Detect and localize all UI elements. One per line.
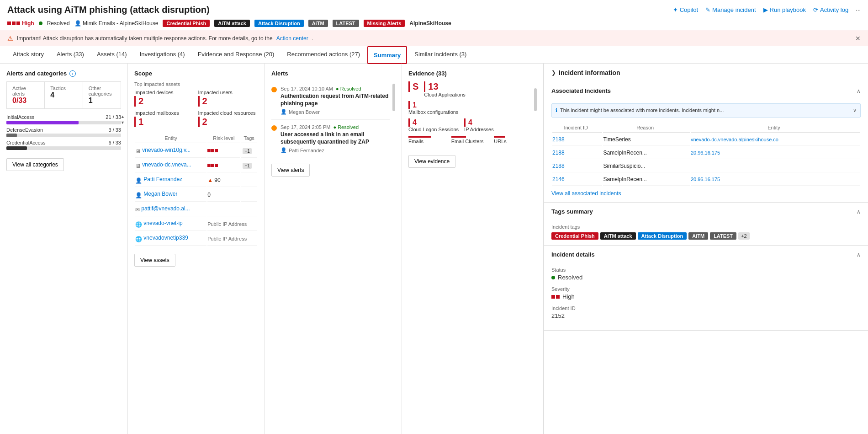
evidence-mailbox-label: Mailbox configurations — [408, 109, 531, 115]
tactics-stat: Tactics 4 — [45, 82, 83, 108]
entity-row-1: 🖥 vnevado-dc.vneva... +1 — [135, 159, 257, 172]
associated-incidents-header[interactable]: Associated Incidents ∧ — [544, 82, 868, 100]
tag-aitm-attack[interactable]: AiTM attack — [214, 20, 250, 27]
status-text: Resolved — [47, 20, 70, 27]
banner-close-button[interactable]: ✕ — [855, 35, 861, 42]
view-all-categories-button[interactable]: View all categories — [6, 158, 64, 171]
tab-similar-incidents[interactable]: Similar incidents (3) — [409, 46, 472, 63]
incident-id-1[interactable]: 2188 — [552, 150, 565, 156]
alert-title-0[interactable]: Authentication request from AiTM-related… — [281, 93, 390, 107]
entity-link-5[interactable]: vnevado-vnet-ip — [143, 220, 182, 226]
evidence-urls-label: URLs — [494, 139, 531, 144]
entity-link-1[interactable]: vnevado-dc.vneva... — [142, 161, 191, 168]
sidebar-tag-disruption[interactable]: Attack Disruption — [638, 232, 687, 240]
entity-link-3[interactable]: Megan Bower — [143, 191, 177, 197]
scope-panel: Scope Top impacted assets Impacted devic… — [128, 64, 265, 434]
incident-entity-1[interactable]: 20.96.16.175 — [691, 150, 720, 155]
view-assets-button[interactable]: View assets — [134, 254, 175, 267]
alert-title-1[interactable]: User accessed a link in an email subsequ… — [281, 131, 390, 145]
sidebar-tag-more[interactable]: +2 — [738, 232, 750, 240]
copilot-button[interactable]: ✦ Copilot — [673, 6, 698, 13]
tab-assets[interactable]: Assets (14) — [91, 46, 132, 63]
tactics-label: Tactics — [50, 86, 77, 91]
severity-squares-detail — [551, 295, 560, 299]
manage-incident-button[interactable]: ✎ Manage incident — [705, 6, 756, 13]
view-alerts-button[interactable]: View alerts — [271, 164, 310, 177]
entity-tag-3 — [241, 188, 257, 202]
activity-log-button[interactable]: ⟳ Activity log — [813, 6, 848, 13]
associated-incidents-title: Associated Incidents — [551, 87, 611, 94]
entity-row-6: 🌐 vnevadovnetip339 Public IP Address — [135, 232, 257, 246]
tab-summary[interactable]: Summary — [367, 46, 407, 64]
user-icon-3: 👤 — [135, 192, 142, 198]
tag-attack-disruption[interactable]: Attack Disruption — [254, 20, 304, 27]
entity-link-2[interactable]: Patti Fernandez — [143, 176, 182, 182]
incident-id-3[interactable]: 2146 — [552, 176, 565, 182]
associated-note: ℹ This incident might be associated with… — [551, 103, 861, 118]
alerts-list-inner: Alerts Sep 17, 2024 10:10 AM ● Resolved … — [271, 70, 395, 177]
entity-tag-0: +1 — [241, 144, 257, 158]
user-icon-2: 👤 — [135, 177, 142, 184]
sidebar-tag-aitm[interactable]: AiTM — [688, 232, 708, 240]
incident-entity-3[interactable]: 20.96.16.175 — [691, 177, 720, 182]
entity-link-6[interactable]: vnevadovnetip339 — [143, 235, 188, 241]
entity-link-0[interactable]: vnevado-win10g.v... — [142, 147, 191, 153]
tactics-value: 4 — [50, 91, 77, 99]
evidence-inner: Evidence (33) S 13 Cloud Applications 1 … — [408, 70, 537, 168]
tag-credential-phish[interactable]: Credential Phish — [163, 20, 210, 27]
col-entity: Entity — [135, 134, 206, 143]
incident-details-header[interactable]: Incident details ∧ — [544, 246, 868, 263]
evidence-scrollbar[interactable] — [534, 88, 537, 111]
tab-investigations[interactable]: Investigations (4) — [134, 46, 191, 63]
sidebar-right: ❯ Incident information Associated Incide… — [544, 64, 868, 434]
tab-evidence-response[interactable]: Evidence and Response (20) — [192, 46, 280, 63]
tag-missing-alerts[interactable]: Missing Alerts — [364, 20, 405, 27]
tag-aitm[interactable]: AiTM — [308, 20, 328, 27]
incident-reason-3: SamelpInRecen... — [603, 173, 689, 186]
incident-info-title: Incident information — [559, 69, 620, 76]
top-actions: ✦ Copilot ✎ Manage incident ▶ Run playbo… — [673, 6, 861, 13]
entity-row-0: 🖥 vnevado-win10g.v... +1 — [135, 144, 257, 158]
tab-attack-story[interactable]: Attack story — [7, 46, 49, 63]
alert-header-1: Sep 17, 2024 2:05 PM ● Resolved User acc… — [271, 124, 390, 153]
info-icon[interactable]: i — [69, 70, 76, 77]
scroll-up-icon[interactable]: ▲ — [121, 114, 125, 119]
view-all-associated-link[interactable]: View all associated incidents — [551, 187, 861, 197]
action-center-link[interactable]: Action center — [276, 35, 308, 42]
severity-sq-1 — [7, 21, 11, 25]
note-expand-icon[interactable]: ∨ — [853, 107, 857, 113]
scope-value-3: 2 — [198, 117, 259, 127]
evidence-ip-value: 4 — [464, 118, 494, 127]
risk-squares-0 — [207, 149, 240, 152]
incident-id-2[interactable]: 2188 — [552, 163, 565, 169]
sidebar-tag-aitm-attack[interactable]: AiTM attack — [600, 232, 636, 240]
more-actions-button[interactable]: ··· — [856, 6, 861, 13]
scroll-down-icon[interactable]: ▼ — [121, 120, 125, 125]
alerts-scrollbar[interactable] — [392, 84, 395, 111]
tag-latest[interactable]: LATEST — [333, 20, 359, 27]
evidence-clusters-label: Email Clusters — [451, 139, 489, 144]
incident-reason-2: SimilarSuspicio... — [603, 160, 689, 172]
incident-entity-0[interactable]: vnevado-dc.vnevado.alpineskihouse.co — [691, 137, 778, 142]
run-playbook-button[interactable]: ▶ Run playbook — [763, 6, 806, 13]
alert-dot-1 — [271, 125, 277, 131]
active-alerts-label: Active alerts — [12, 86, 39, 96]
note-text: This incident might be associated with m… — [560, 107, 724, 113]
incident-id-0[interactable]: 2188 — [552, 136, 565, 143]
entity-link-4[interactable]: pattif@vnevado.al... — [141, 205, 190, 212]
entity-risk-6: Public IP Address — [207, 232, 257, 246]
incident-info-header[interactable]: ❯ Incident information — [544, 64, 868, 82]
incident-details-section: Incident details ∧ Status Resolved Sever… — [544, 246, 868, 331]
alerts-list-content: Alerts Sep 17, 2024 10:10 AM ● Resolved … — [271, 70, 390, 177]
sidebar-tag-credential[interactable]: Credential Phish — [551, 232, 598, 240]
entity-row-4: ✉ pattif@vnevado.al... — [135, 203, 257, 216]
view-evidence-button[interactable]: View evidence — [408, 155, 455, 168]
tab-alerts[interactable]: Alerts (33) — [51, 46, 90, 63]
tab-recommended-actions[interactable]: Recommended actions (27) — [281, 46, 365, 63]
scope-label-3: Impacted cloud resources — [198, 110, 259, 116]
evidence-clusters-item: Email Clusters — [451, 136, 489, 144]
tags-summary-header[interactable]: Tags summary ∧ — [544, 203, 868, 220]
mail-icon-4: ✉ — [135, 207, 140, 213]
page-title: Attack using AiTM phishing (attack disru… — [7, 5, 210, 15]
sidebar-tag-latest[interactable]: LATEST — [710, 232, 736, 240]
